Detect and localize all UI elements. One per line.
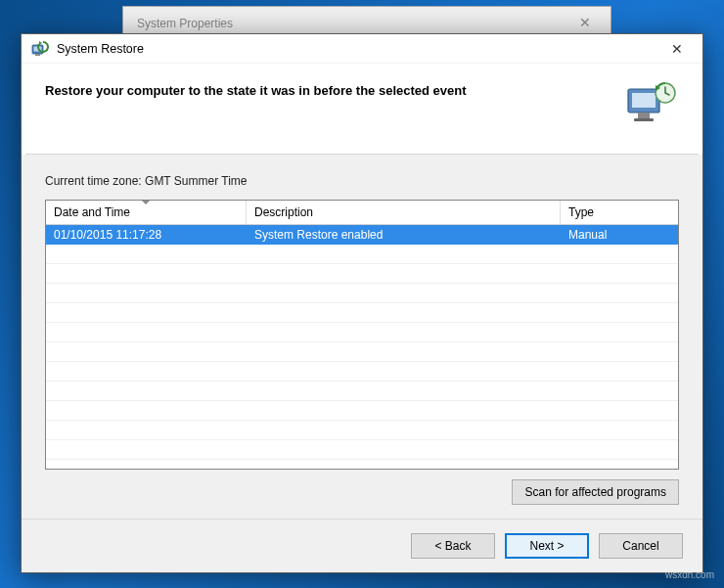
scan-affected-programs-button[interactable]: Scan for affected programs <box>512 479 679 505</box>
back-button[interactable]: < Back <box>411 533 495 559</box>
cell-description: System Restore enabled <box>247 228 561 242</box>
watermark: wsxdn.com <box>665 569 714 580</box>
background-close-button[interactable]: ✕ <box>564 11 607 34</box>
timezone-label: Current time zone: GMT Summer Time <box>45 174 679 188</box>
restore-header-icon <box>624 79 679 126</box>
svg-rect-6 <box>634 118 654 121</box>
column-header-date-time[interactable]: Date and Time <box>46 201 247 224</box>
restore-points-table: Date and Time Description Type 01/10/201… <box>45 200 679 470</box>
system-restore-wizard: System Restore ✕ Restore your computer t… <box>21 33 703 573</box>
svg-rect-5 <box>638 113 650 118</box>
close-button[interactable]: ✕ <box>657 36 697 62</box>
column-header-description[interactable]: Description <box>247 201 561 224</box>
close-icon: ✕ <box>671 41 683 57</box>
cell-type: Manual <box>561 228 678 242</box>
wizard-body: Current time zone: GMT Summer Time Date … <box>22 155 702 519</box>
svg-rect-2 <box>35 54 40 56</box>
titlebar: System Restore ✕ <box>22 34 702 64</box>
column-header-type[interactable]: Type <box>561 201 678 224</box>
svg-rect-4 <box>632 93 656 108</box>
cancel-button[interactable]: Cancel <box>599 533 683 559</box>
next-button[interactable]: Next > <box>505 533 589 559</box>
table-header: Date and Time Description Type <box>46 201 678 225</box>
wizard-heading: Restore your computer to the state it wa… <box>45 79 609 98</box>
wizard-footer: < Back Next > Cancel <box>22 519 702 572</box>
window-title: System Restore <box>57 42 657 56</box>
table-body: 01/10/2015 11:17:28 System Restore enabl… <box>46 225 678 469</box>
background-window-title: System Properties <box>137 17 233 30</box>
system-restore-icon <box>31 40 49 58</box>
table-actions: Scan for affected programs <box>45 470 679 505</box>
table-row[interactable]: 01/10/2015 11:17:28 System Restore enabl… <box>46 225 678 245</box>
wizard-header: Restore your computer to the state it wa… <box>22 64 702 154</box>
cell-date-time: 01/10/2015 11:17:28 <box>46 228 247 242</box>
